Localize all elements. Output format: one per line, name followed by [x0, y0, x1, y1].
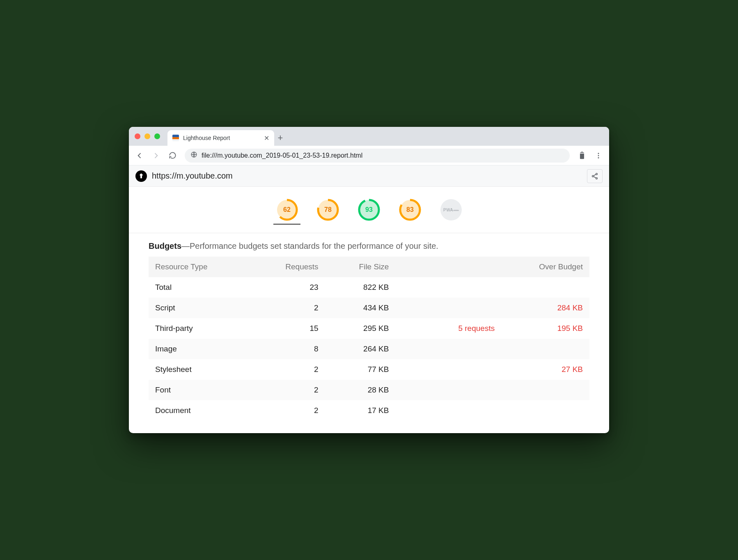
cell-over-mid: 5 requests	[395, 318, 501, 339]
globe-icon	[190, 151, 197, 160]
svg-point-3	[598, 157, 599, 158]
budgets-desc-text: —Performance budgets set standards for t…	[181, 241, 438, 250]
more-menu-icon[interactable]	[592, 149, 605, 162]
cell-size: 77 KB	[325, 359, 396, 380]
cell-requests: 15	[263, 318, 325, 339]
cell-size: 264 KB	[325, 339, 396, 359]
pwa-label: PWA	[440, 198, 463, 221]
cell-over-mid	[395, 298, 501, 318]
cell-over-budget: 27 KB	[501, 359, 589, 380]
cell-size: 295 KB	[325, 318, 396, 339]
tab-strip: Lighthouse Report ✕ +	[129, 127, 609, 146]
cell-over-mid	[395, 277, 501, 298]
cell-type: Third-party	[149, 318, 263, 339]
cell-over-mid	[395, 359, 501, 380]
cell-type: Total	[149, 277, 263, 298]
gauge-2[interactable]: 93	[355, 198, 383, 225]
col-file-size: File Size	[325, 257, 396, 277]
table-row: Document217 KB	[149, 400, 589, 421]
browser-toolbar: file:///m.youtube.com_2019-05-01_23-53-1…	[129, 146, 609, 165]
cell-over-budget	[501, 400, 589, 421]
cell-requests: 8	[263, 339, 325, 359]
table-row: Third-party15295 KB5 requests195 KB	[149, 318, 589, 339]
table-row: Stylesheet277 KB27 KB	[149, 359, 589, 380]
browser-window: Lighthouse Report ✕ + file:///m.youtube.…	[129, 127, 609, 433]
tab-title: Lighthouse Report	[183, 135, 230, 141]
col-over-mid	[395, 257, 501, 277]
reload-button[interactable]	[166, 149, 179, 162]
browser-tab[interactable]: Lighthouse Report ✕	[167, 130, 274, 146]
col-over-budget: Over Budget	[501, 257, 589, 277]
budgets-tbody: Total23822 KBScript2434 KB284 KBThird-pa…	[149, 277, 589, 421]
budgets-section: Budgets—Performance budgets set standard…	[129, 233, 609, 433]
cell-type: Image	[149, 339, 263, 359]
cell-type: Stylesheet	[149, 359, 263, 380]
score-gauges: 62789383PWA	[129, 187, 609, 233]
clipboard-icon[interactable]	[575, 149, 589, 162]
cell-size: 17 KB	[325, 400, 396, 421]
cell-over-mid	[395, 339, 501, 359]
budgets-table: Resource Type Requests File Size Over Bu…	[149, 257, 589, 421]
budgets-description: Budgets—Performance budgets set standard…	[149, 241, 589, 251]
cell-over-budget	[501, 339, 589, 359]
lighthouse-logo-icon	[135, 170, 147, 182]
gauge-3[interactable]: 83	[397, 198, 424, 225]
cell-size: 28 KB	[325, 380, 396, 400]
lighthouse-favicon-icon	[172, 135, 179, 141]
table-row: Font228 KB	[149, 380, 589, 400]
cell-requests: 2	[263, 359, 325, 380]
table-row: Script2434 KB284 KB	[149, 298, 589, 318]
address-text: file:///m.youtube.com_2019-05-01_23-53-1…	[202, 152, 362, 159]
cell-requests: 2	[263, 400, 325, 421]
gauge-score: 83	[399, 198, 422, 221]
cell-size: 822 KB	[325, 277, 396, 298]
report-url: https://m.youtube.com	[152, 171, 233, 181]
window-controls	[135, 127, 167, 146]
cell-type: Font	[149, 380, 263, 400]
cell-type: Script	[149, 298, 263, 318]
cell-requests: 23	[263, 277, 325, 298]
cell-size: 434 KB	[325, 298, 396, 318]
gauge-1[interactable]: 78	[314, 198, 341, 225]
back-button[interactable]	[133, 149, 146, 162]
cell-over-budget	[501, 277, 589, 298]
close-tab-icon[interactable]: ✕	[264, 134, 269, 142]
cell-over-budget	[501, 380, 589, 400]
table-row: Total23822 KB	[149, 277, 589, 298]
cell-over-budget: 195 KB	[501, 318, 589, 339]
svg-point-1	[598, 153, 599, 154]
col-requests: Requests	[263, 257, 325, 277]
gauge-score: 78	[316, 198, 339, 221]
minimize-window-icon[interactable]	[144, 133, 150, 139]
forward-button[interactable]	[149, 149, 163, 162]
budgets-title: Budgets	[149, 241, 181, 250]
report-header: https://m.youtube.com	[129, 165, 609, 187]
svg-point-2	[598, 155, 599, 156]
close-window-icon[interactable]	[135, 133, 140, 139]
share-button[interactable]	[587, 169, 603, 183]
address-bar[interactable]: file:///m.youtube.com_2019-05-01_23-53-1…	[185, 149, 570, 163]
cell-requests: 2	[263, 380, 325, 400]
zoom-window-icon[interactable]	[154, 133, 160, 139]
cell-over-budget: 284 KB	[501, 298, 589, 318]
gauge-pwa[interactable]: PWA	[438, 198, 465, 225]
cell-type: Document	[149, 400, 263, 421]
gauge-0[interactable]: 62	[273, 198, 300, 225]
cell-over-mid	[395, 400, 501, 421]
gauge-score: 93	[358, 198, 380, 221]
col-resource-type: Resource Type	[149, 257, 263, 277]
cell-over-mid	[395, 380, 501, 400]
gauge-score: 62	[275, 198, 298, 221]
new-tab-button[interactable]: +	[274, 130, 286, 146]
table-row: Image8264 KB	[149, 339, 589, 359]
cell-requests: 2	[263, 298, 325, 318]
table-header-row: Resource Type Requests File Size Over Bu…	[149, 257, 589, 277]
